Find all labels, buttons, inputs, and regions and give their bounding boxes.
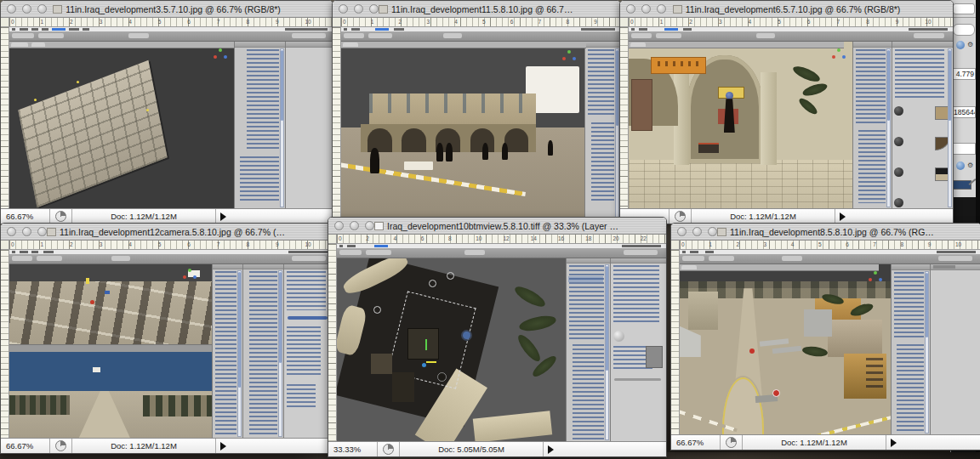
- scrollbar[interactable]: [925, 271, 929, 434]
- close-button[interactable]: [7, 4, 16, 14]
- horizontal-ruler[interactable]: 012345678910: [680, 241, 980, 249]
- status-flyout-arrow[interactable]: [840, 212, 846, 221]
- title-bar[interactable]: 11in.Iraq_development11.5.8.10.jpg @ 66.…: [333, 1, 620, 18]
- scrollbar[interactable]: [237, 270, 242, 437]
- zoom-level[interactable]: 33.33%: [328, 442, 378, 456]
- ruler-corner[interactable]: [328, 235, 337, 243]
- zoom-level[interactable]: 66.67%: [1, 209, 50, 224]
- minimize-button[interactable]: [22, 227, 31, 236]
- minimize-button[interactable]: [350, 221, 359, 230]
- canvas-image[interactable]: [341, 27, 620, 219]
- ruler-corner[interactable]: [620, 18, 629, 26]
- vertical-ruler[interactable]: 123456: [1, 27, 9, 210]
- barriers: [760, 338, 789, 347]
- light-marker: [86, 278, 89, 284]
- value-field-top[interactable]: 4.779: [953, 68, 976, 80]
- horizontal-ruler[interactable]: 012345678910: [629, 18, 953, 26]
- sphere-icon[interactable]: [956, 162, 965, 170]
- minimize-button[interactable]: [692, 227, 702, 236]
- status-flyout-arrow[interactable]: [548, 445, 554, 454]
- vertical-ruler[interactable]: 12345: [620, 27, 629, 210]
- ruler-tick-label: 6: [185, 241, 215, 249]
- scrollbar[interactable]: [605, 264, 609, 440]
- canvas-image[interactable]: [680, 250, 980, 436]
- ruler-corner[interactable]: [671, 241, 680, 249]
- document-proxy-icon[interactable]: [374, 222, 384, 230]
- zoom-button[interactable]: [37, 227, 47, 236]
- status-flyout-arrow[interactable]: [220, 212, 226, 221]
- material-sphere: [613, 331, 624, 342]
- document-proxy-icon[interactable]: [379, 5, 388, 14]
- viewport-arch-woman: [629, 42, 852, 210]
- minimize-button[interactable]: [22, 4, 31, 14]
- close-button[interactable]: [7, 227, 16, 236]
- white-flag: [93, 367, 100, 372]
- sphere-icon[interactable]: [956, 41, 965, 49]
- canvas-image[interactable]: [337, 244, 666, 443]
- zoom-button[interactable]: [708, 227, 717, 236]
- horizontal-ruler[interactable]: 0123456789: [341, 18, 620, 26]
- close-button[interactable]: [334, 221, 344, 230]
- title-bar[interactable]: 11in.Iraq_development8.5.8.10.jpg @ 66.7…: [671, 224, 980, 241]
- ruler-tick-label: 6: [844, 241, 871, 249]
- title-bar[interactable]: Iraq_development10btmview.5.8.10.tiff @ …: [328, 218, 666, 235]
- ruler-tick-label: 10: [303, 18, 333, 26]
- gear-icon[interactable]: ⚙: [967, 42, 973, 48]
- minimize-button[interactable]: [354, 4, 363, 14]
- zoom-button[interactable]: [369, 4, 379, 14]
- canvas-image[interactable]: [9, 27, 333, 210]
- document-proxy-icon[interactable]: [717, 228, 726, 236]
- doc-size: Doc: 1.12M/1.12M: [71, 439, 216, 453]
- document-proxy-icon[interactable]: [673, 5, 682, 14]
- minimize-button[interactable]: [641, 4, 651, 14]
- doc-size: Doc: 1.12M/1.12M: [742, 435, 886, 450]
- vertical-ruler[interactable]: 123456: [671, 250, 680, 436]
- vertical-ruler[interactable]: 123456: [333, 27, 341, 219]
- window-title: 11in.Iraq_development8.5.8.10.jpg @ 66.7…: [671, 227, 980, 237]
- panel-select[interactable]: [953, 24, 975, 36]
- title-bar[interactable]: 11in.Iraq_development6.5.7.10.jpg @ 66.7…: [620, 1, 953, 18]
- ruler-tick-label: 8: [447, 235, 474, 243]
- title-bar[interactable]: 11in.Iraq_development3.5.7.10.jpg @ 66.7…: [1, 1, 333, 18]
- document-proxy-icon[interactable]: [53, 5, 62, 14]
- plant-leaf: [513, 283, 549, 310]
- horizontal-ruler[interactable]: 012345678910: [9, 241, 333, 249]
- zoom-button[interactable]: [37, 4, 47, 14]
- horizontal-ruler[interactable]: 012345678910: [9, 18, 333, 26]
- curb-right: [807, 415, 891, 436]
- close-button[interactable]: [339, 4, 348, 14]
- ruler-corner[interactable]: [1, 241, 9, 249]
- zoom-button[interactable]: [657, 4, 666, 14]
- close-button[interactable]: [626, 4, 635, 14]
- ruler-corner[interactable]: [333, 18, 341, 26]
- doc-size: Doc: 5.05M/5.05M: [399, 442, 544, 456]
- document-proxy-icon[interactable]: [47, 228, 56, 236]
- vertical-ruler[interactable]: 123456: [1, 250, 9, 439]
- editor-side-panels: [852, 42, 953, 210]
- scrollbar[interactable]: [886, 48, 891, 207]
- value-field-empty[interactable]: [953, 143, 976, 155]
- vertical-ruler[interactable]: 0246: [328, 244, 337, 443]
- ruler-row: 012345678910: [1, 241, 333, 250]
- scrollbar[interactable]: [278, 270, 282, 437]
- ruler-tick-label: 5: [776, 18, 806, 26]
- scrollbar[interactable]: [280, 48, 284, 207]
- canvas-image[interactable]: [629, 27, 953, 210]
- scrollbar[interactable]: [948, 48, 952, 207]
- status-flyout-arrow[interactable]: [220, 442, 226, 450]
- panel-dropdown[interactable]: [953, 3, 975, 14]
- gear-icon[interactable]: ⚙: [967, 162, 973, 169]
- zoom-level[interactable]: 66.67%: [671, 435, 721, 450]
- ruler-corner[interactable]: [1, 18, 9, 26]
- zoom-level[interactable]: 66.67%: [1, 439, 50, 453]
- value-field-bottom[interactable]: 185644: [953, 106, 976, 118]
- gizmo-axis-yellow: [426, 361, 436, 363]
- close-button[interactable]: [677, 227, 687, 236]
- ruler-row: 0246810121416182022: [328, 235, 666, 244]
- zoom-button[interactable]: [365, 221, 374, 230]
- title-bar[interactable]: 11in.Iraq_development12camera.5.8.10.jpg…: [1, 224, 333, 241]
- editor-side-panels: [212, 264, 333, 439]
- status-flyout-arrow[interactable]: [891, 439, 897, 447]
- horizontal-ruler[interactable]: 0246810121416182022: [337, 235, 666, 243]
- canvas-image[interactable]: [9, 250, 333, 439]
